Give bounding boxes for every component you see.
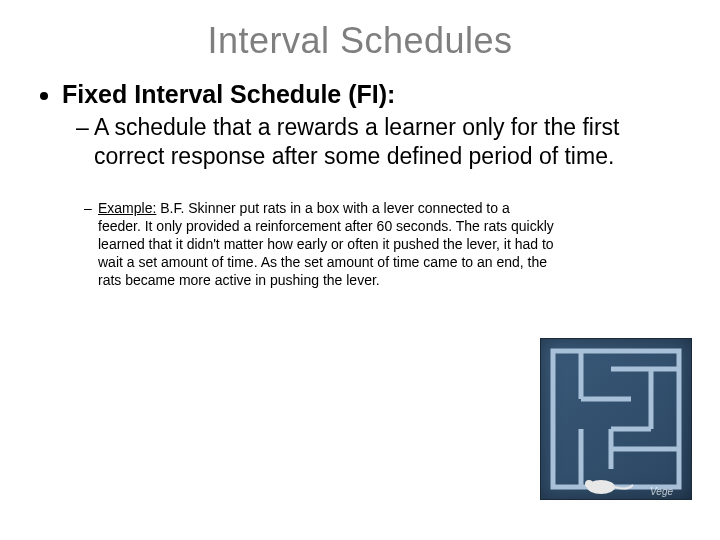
bullet-heading: Fixed Interval Schedule (FI): <box>62 80 395 108</box>
maze-image: Vege <box>540 338 692 500</box>
bullet-fixed-interval: Fixed Interval Schedule (FI): A schedule… <box>62 80 686 289</box>
example-item: Example: B.F. Skinner put rats in a box … <box>84 199 686 290</box>
bullet-list-level2: A schedule that a rewards a learner only… <box>62 113 686 171</box>
slide-title: Interval Schedules <box>0 20 720 62</box>
definition-text: A schedule that a rewards a learner only… <box>94 114 619 169</box>
example-text: B.F. Skinner put rats in a box with a le… <box>98 200 554 289</box>
slide-content: Fixed Interval Schedule (FI): A schedule… <box>0 80 720 289</box>
bullet-list-level1: Fixed Interval Schedule (FI): A schedule… <box>44 80 686 289</box>
maze-icon: Vege <box>541 339 691 499</box>
svg-point-10 <box>585 480 593 488</box>
image-watermark: Vege <box>650 486 673 497</box>
bullet-list-level3: Example: B.F. Skinner put rats in a box … <box>62 199 686 290</box>
example-label: Example: <box>98 200 156 216</box>
slide: Interval Schedules Fixed Interval Schedu… <box>0 20 720 540</box>
definition-item: A schedule that a rewards a learner only… <box>76 113 686 171</box>
